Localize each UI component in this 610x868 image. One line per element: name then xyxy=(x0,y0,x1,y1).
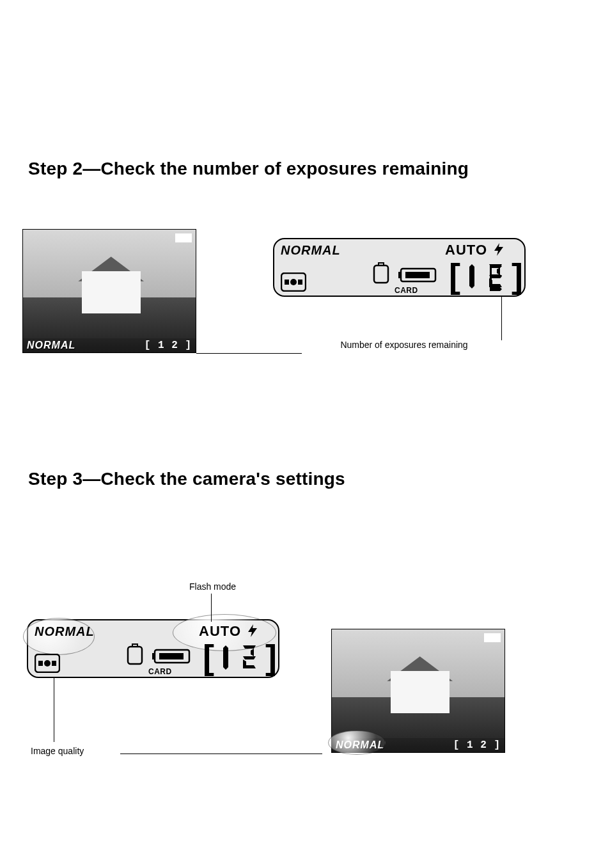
leader-line xyxy=(196,353,302,354)
svg-point-10 xyxy=(44,660,51,667)
cp-card-label: CARD xyxy=(395,286,418,295)
leader-line xyxy=(120,754,322,754)
control-panel: NORMAL AUTO CARD [ ] xyxy=(273,238,526,297)
leader-line xyxy=(501,297,502,340)
flash-icon xyxy=(491,242,506,257)
svg-rect-5 xyxy=(374,265,388,283)
svg-rect-12 xyxy=(52,661,56,666)
monitor-quality-label: NORMAL xyxy=(27,340,75,351)
monitor-quality-label: NORMAL xyxy=(336,739,384,751)
leader-line xyxy=(54,678,54,742)
callout-exposures-remaining: Number of exposures remaining xyxy=(302,339,506,351)
monitor-exposures-label: [ 1 2 ] xyxy=(145,340,192,351)
svg-rect-17 xyxy=(159,653,184,659)
monitor-exposures-label: [ 1 2 ] xyxy=(453,739,501,751)
svg-rect-2 xyxy=(285,280,289,285)
svg-rect-16 xyxy=(152,653,155,659)
svg-rect-8 xyxy=(405,272,430,278)
leader-line xyxy=(211,594,212,622)
monitor-top-indicator xyxy=(484,633,501,642)
callout-image-quality: Image quality xyxy=(31,745,84,757)
cp-open-bracket: [ xyxy=(449,258,460,293)
cp-open-bracket: [ xyxy=(203,640,214,674)
monitor-preview: NORMAL [ 1 2 ] xyxy=(22,229,196,353)
cp-exposure-digits xyxy=(215,641,260,673)
step2-heading: Step 2—Check the number of exposures rem… xyxy=(28,159,469,179)
cp-exposure-digits xyxy=(462,260,506,292)
svg-rect-7 xyxy=(398,272,401,278)
flash-icon xyxy=(245,623,260,638)
svg-rect-11 xyxy=(38,661,43,666)
callout-flash-mode: Flash mode xyxy=(189,581,236,592)
memory-card-icon xyxy=(398,266,439,284)
cp-quality-label: NORMAL xyxy=(35,624,95,639)
battery-icon xyxy=(372,262,390,284)
cp-quality-label: NORMAL xyxy=(281,243,341,258)
cp-close-bracket: ] xyxy=(265,640,277,674)
svg-rect-14 xyxy=(128,647,142,664)
metering-icon xyxy=(281,272,306,292)
step3-heading: Step 3—Check the camera's settings xyxy=(28,469,345,489)
monitor-top-indicator xyxy=(175,233,192,242)
cp-close-bracket: ] xyxy=(512,258,523,293)
svg-rect-3 xyxy=(298,280,302,285)
metering-icon xyxy=(35,654,60,673)
control-panel: NORMAL AUTO CARD [ ] xyxy=(27,619,279,678)
svg-point-1 xyxy=(290,279,297,285)
monitor-preview: NORMAL [ 1 2 ] xyxy=(331,629,505,753)
cp-card-label: CARD xyxy=(148,667,172,676)
battery-icon xyxy=(126,643,144,665)
memory-card-icon xyxy=(152,647,192,665)
